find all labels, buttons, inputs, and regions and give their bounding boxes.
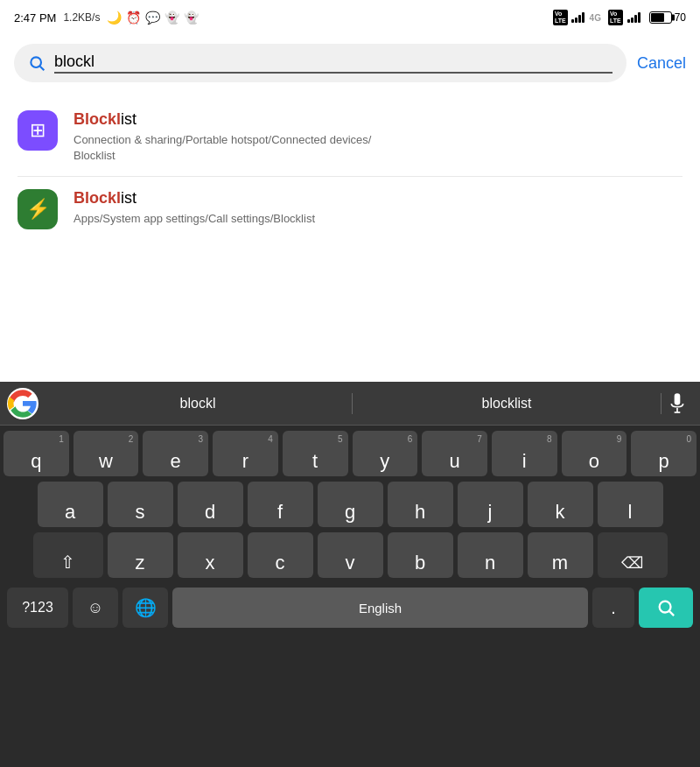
key-row-1: 1q 2w 3e 4r 5t 6y 7u 8i 9o 0p — [4, 431, 696, 476]
key-w[interactable]: 2w — [74, 431, 139, 476]
status-bar: 2:47 PM 1.2KB/s 🌙 ⏰ 💬 👻 👻 VoLTE 4G VoLTE — [0, 0, 700, 35]
key-u[interactable]: 7u — [422, 431, 487, 476]
key-search[interactable] — [639, 588, 693, 628]
hotspot-icon: ⊞ — [30, 119, 46, 142]
4g-label: 4G — [590, 13, 601, 23]
search-results: ⊞ Blocklist Connection & sharing/Portabl… — [0, 91, 700, 249]
svg-line-7 — [669, 611, 674, 616]
phone-icon: ⚡ — [26, 198, 50, 221]
time-display: 2:47 PM — [14, 11, 56, 25]
key-i[interactable]: 8i — [492, 431, 557, 476]
key-delete[interactable]: ⌫ — [598, 532, 668, 578]
key-space[interactable]: English — [172, 588, 588, 628]
result-icon-1: ⊞ — [18, 110, 58, 151]
result-highlight-1: Blockl — [74, 110, 121, 128]
keyboard-area: blockl blocklist 1q 2w 3e 4r 5t 6y 7u 8i… — [0, 382, 700, 767]
key-m[interactable]: m — [528, 532, 593, 578]
status-right: VoLTE 4G VoLTE 70 — [553, 10, 686, 26]
key-b[interactable]: b — [388, 532, 453, 578]
result-item-1[interactable]: ⊞ Blocklist Connection & sharing/Portabl… — [0, 98, 700, 176]
key-c[interactable]: c — [248, 532, 313, 578]
key-j[interactable]: j — [458, 482, 523, 527]
key-s[interactable]: s — [108, 482, 173, 527]
key-x[interactable]: x — [178, 532, 243, 578]
key-globe[interactable]: 🌐 — [122, 588, 168, 628]
keys-area: 1q 2w 3e 4r 5t 6y 7u 8i 9o 0p a s d f g … — [0, 426, 700, 636]
moon-icon: 🌙 — [107, 11, 122, 25]
key-v[interactable]: v — [318, 532, 383, 578]
result-icon-2: ⚡ — [18, 189, 58, 229]
volte-badge: VoLTE — [553, 10, 568, 26]
battery-container: 70 — [649, 11, 686, 24]
search-query[interactable]: blockl — [54, 53, 612, 74]
status-icons: 🌙 ⏰ 💬 👻 👻 — [107, 11, 199, 25]
globe-icon: 🌐 — [135, 597, 157, 618]
key-z[interactable]: z — [108, 532, 173, 578]
extra-icon: 👻 — [184, 11, 199, 25]
result-rest-2: ist — [121, 189, 136, 207]
mic-icon[interactable] — [662, 388, 693, 419]
mic-svg — [668, 393, 686, 414]
key-row-3: ⇧ z x c v b n m ⌫ — [4, 532, 696, 578]
search-input-wrapper[interactable]: blockl — [14, 44, 626, 82]
search-icon — [28, 54, 46, 72]
search-key-icon — [656, 598, 676, 617]
svg-point-0 — [31, 57, 41, 67]
key-y[interactable]: 6y — [353, 431, 418, 476]
result-subtitle-1: Connection & sharing/Portable hotspot/Co… — [74, 132, 682, 164]
emoji-icon: ☺ — [88, 599, 103, 617]
result-subtitle-2: Apps/System app settings/Call settings/B… — [74, 211, 682, 227]
signal-bars-1 — [571, 12, 584, 23]
key-shift[interactable]: ⇧ — [33, 532, 103, 578]
key-d[interactable]: d — [178, 482, 243, 527]
result-rest-1: ist — [121, 110, 136, 128]
key-o[interactable]: 9o — [562, 431, 627, 476]
result-content-2: Blocklist Apps/System app settings/Call … — [74, 189, 682, 227]
snapchat-icon: 👻 — [164, 11, 179, 25]
key-period[interactable]: . — [592, 588, 634, 628]
bottom-row: ?123 ☺ 🌐 English . — [4, 583, 696, 632]
key-a[interactable]: a — [38, 482, 103, 527]
key-p[interactable]: 0p — [631, 431, 696, 476]
battery-cap — [672, 15, 675, 21]
cancel-button[interactable]: Cancel — [637, 54, 686, 73]
result-title-1: Blocklist — [74, 110, 682, 129]
key-f[interactable]: f — [248, 482, 313, 527]
svg-point-6 — [660, 602, 671, 613]
whatsapp-icon: 💬 — [145, 11, 160, 25]
battery-level: 70 — [675, 11, 686, 24]
result-content-1: Blocklist Connection & sharing/Portable … — [74, 110, 682, 164]
speed-display: 1.2KB/s — [63, 11, 100, 24]
status-left: 2:47 PM 1.2KB/s 🌙 ⏰ 💬 👻 👻 — [14, 11, 199, 25]
suggestion-blocklist[interactable]: blocklist — [353, 389, 661, 419]
battery-icon — [649, 11, 672, 24]
key-emoji[interactable]: ☺ — [73, 588, 118, 628]
key-row-2: a s d f g h j k l — [4, 482, 696, 527]
key-n[interactable]: n — [458, 532, 523, 578]
clock-icon: ⏰ — [126, 11, 141, 25]
key-t[interactable]: 5t — [283, 431, 348, 476]
key-k[interactable]: k — [528, 482, 593, 527]
signal-bars-2 — [627, 12, 640, 23]
key-l[interactable]: l — [598, 482, 663, 527]
result-item-2[interactable]: ⚡ Blocklist Apps/System app settings/Cal… — [0, 177, 700, 242]
key-q[interactable]: 1q — [4, 431, 69, 476]
volte-badge-2: VoLTE — [608, 10, 623, 26]
svg-line-1 — [40, 67, 45, 71]
key-g[interactable]: g — [318, 482, 383, 527]
suggestions-row: blockl blocklist — [0, 382, 700, 426]
key-e[interactable]: 3e — [143, 431, 208, 476]
battery-fill — [651, 13, 664, 22]
svg-rect-3 — [675, 393, 681, 405]
result-title-2: Blocklist — [74, 189, 682, 208]
result-highlight-2: Blockl — [74, 189, 121, 207]
google-logo — [7, 388, 38, 419]
suggestion-blockl[interactable]: blockl — [44, 389, 352, 419]
search-bar-container: blockl Cancel — [0, 35, 700, 91]
key-r[interactable]: 4r — [213, 431, 278, 476]
key-num-sym[interactable]: ?123 — [7, 588, 68, 628]
key-h[interactable]: h — [388, 482, 453, 527]
